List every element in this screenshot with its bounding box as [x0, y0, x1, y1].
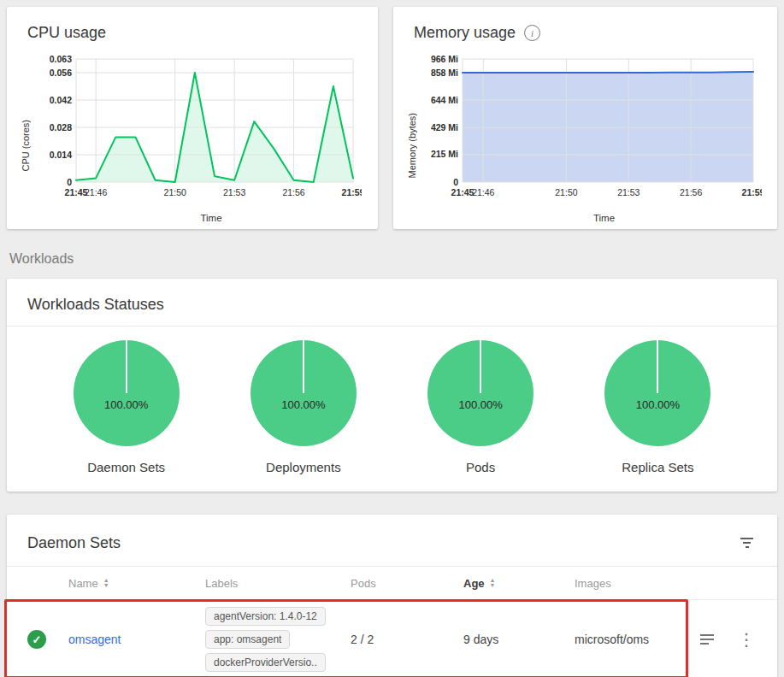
sort-arrows-icon: ▲▼: [103, 578, 109, 588]
workloads-section-label: Workloads: [9, 251, 777, 267]
column-header-labels: Labels: [205, 577, 351, 590]
column-header-name[interactable]: Name ▲▼: [68, 577, 205, 590]
cpu-x-axis-label: Time: [21, 213, 364, 223]
sort-arrows-icon: ▲▼: [490, 578, 496, 588]
kebab-menu-icon[interactable]: ⋮: [736, 631, 757, 648]
column-header-age[interactable]: Age ▲▼: [463, 577, 575, 590]
svg-text:21:46: 21:46: [85, 187, 107, 197]
age-cell: 9 days: [463, 633, 575, 646]
table-header: Name ▲▼ Labels Pods Age ▲▼ Images: [7, 567, 777, 600]
memory-y-axis-label: Memory (bytes): [407, 84, 420, 178]
svg-text:858 Mi: 858 Mi: [431, 68, 458, 78]
filter-icon[interactable]: [737, 532, 757, 554]
column-header-name-label: Name: [68, 577, 98, 590]
svg-text:966 Mi: 966 Mi: [431, 54, 458, 64]
column-header-age-label: Age: [463, 577, 485, 590]
daemon-sets-pie-chart: 100.00%: [74, 340, 180, 446]
svg-text:21:50: 21:50: [555, 187, 577, 197]
column-header-images-label: Images: [575, 577, 611, 590]
cpu-usage-title-text: CPU usage: [27, 24, 106, 42]
svg-text:21:56: 21:56: [680, 187, 702, 197]
replica-sets-percentage: 100.00%: [604, 398, 710, 411]
svg-text:0.028: 0.028: [50, 122, 72, 132]
donut-deployments: 100.00% Deployments: [251, 340, 357, 474]
label-chip: agentVersion: 1.4.0-12: [205, 607, 326, 626]
svg-text:21:53: 21:53: [223, 187, 245, 197]
deployments-percentage: 100.00%: [251, 398, 357, 411]
label-chip: app: omsagent: [205, 630, 290, 649]
cpu-usage-chart: 00.0140.0280.0420.0560.06321:4521:4621:5…: [33, 49, 362, 213]
svg-text:0: 0: [453, 177, 458, 187]
donut-daemon-sets: 100.00% Daemon Sets: [74, 340, 180, 474]
status-ok-check-icon: ✓: [27, 630, 46, 649]
column-header-images: Images: [575, 577, 675, 590]
column-header-pods-label: Pods: [351, 577, 376, 590]
column-header-pods: Pods: [351, 577, 463, 590]
table-row: ✓ omsagent agentVersion: 1.4.0-12 app: o…: [7, 600, 777, 677]
memory-usage-title: Memory usage i: [407, 7, 763, 49]
images-cell: microsoft/oms: [575, 633, 675, 646]
pods-label: Pods: [466, 460, 495, 474]
pie-notch: [303, 340, 304, 393]
cpu-usage-title: CPU usage: [21, 7, 364, 49]
row-actions: ⋮: [675, 631, 757, 648]
memory-chart-wrap: Memory (bytes) 0215 Mi429 Mi644 Mi858 Mi…: [407, 49, 763, 213]
daemonset-name-link[interactable]: omsagent: [68, 633, 121, 646]
workloads-statuses-header: Workloads Statuses: [7, 279, 777, 327]
pods-cell: 2 / 2: [351, 633, 463, 646]
svg-text:644 Mi: 644 Mi: [431, 95, 458, 105]
memory-usage-title-text: Memory usage: [414, 24, 516, 42]
donut-pods: 100.00% Pods: [427, 340, 533, 474]
memory-x-axis-label: Time: [407, 213, 763, 223]
svg-text:0.056: 0.056: [50, 68, 72, 78]
svg-text:21:56: 21:56: [282, 187, 304, 197]
replica-sets-pie-chart: 100.00%: [604, 340, 710, 446]
cpu-y-axis-label: CPU (cores): [21, 91, 33, 172]
usage-charts-row: CPU usage CPU (cores) 00.0140.0280.0420.…: [7, 7, 777, 229]
pie-notch: [657, 340, 658, 393]
logs-icon[interactable]: [700, 632, 714, 647]
svg-text:0.042: 0.042: [50, 95, 72, 105]
label-chip: dockerProviderVersio..: [205, 653, 326, 672]
memory-usage-card: Memory usage i Memory (bytes) 0215 Mi429…: [393, 7, 777, 229]
name-cell: omsagent: [68, 633, 205, 646]
daemon-sets-card: Daemon Sets Name ▲▼ Labels Pods Age ▲▼ I…: [7, 515, 777, 677]
daemon-sets-label: Daemon Sets: [87, 460, 165, 474]
labels-cell: agentVersion: 1.4.0-12 app: omsagent doc…: [205, 607, 351, 672]
svg-text:21:59: 21:59: [342, 187, 362, 197]
deployments-label: Deployments: [266, 460, 341, 474]
cpu-usage-card: CPU usage CPU (cores) 00.0140.0280.0420.…: [7, 7, 378, 229]
replica-sets-label: Replica Sets: [622, 460, 693, 474]
daemon-sets-title: Daemon Sets: [27, 534, 121, 552]
pie-notch: [480, 340, 481, 393]
svg-text:21:53: 21:53: [617, 187, 640, 197]
pods-pie-chart: 100.00%: [427, 340, 533, 446]
daemon-sets-percentage: 100.00%: [74, 398, 180, 411]
svg-text:0.063: 0.063: [50, 54, 72, 64]
workloads-donuts: 100.00% Daemon Sets 100.00% Deployments …: [7, 327, 777, 492]
cpu-chart-wrap: CPU (cores) 00.0140.0280.0420.0560.06321…: [21, 49, 364, 213]
workloads-statuses-title: Workloads Statuses: [27, 296, 164, 314]
pie-notch: [126, 340, 127, 393]
svg-text:21:50: 21:50: [164, 187, 186, 197]
donut-replica-sets: 100.00% Replica Sets: [604, 340, 710, 474]
workloads-statuses-card: Workloads Statuses 100.00% Daemon Sets 1…: [7, 279, 777, 492]
pods-percentage: 100.00%: [427, 398, 533, 411]
svg-text:21:46: 21:46: [472, 187, 494, 197]
status-cell: ✓: [27, 630, 68, 649]
svg-text:0: 0: [67, 177, 72, 187]
deployments-pie-chart: 100.00%: [251, 340, 357, 446]
svg-text:21:45: 21:45: [451, 187, 475, 197]
svg-text:429 Mi: 429 Mi: [431, 122, 458, 132]
svg-text:0.014: 0.014: [50, 150, 72, 160]
svg-text:215 Mi: 215 Mi: [431, 149, 458, 159]
svg-text:21:59: 21:59: [742, 187, 762, 197]
daemon-sets-header: Daemon Sets: [7, 515, 777, 567]
memory-usage-chart: 0215 Mi429 Mi644 Mi858 Mi966 Mi21:4521:4…: [420, 49, 762, 213]
column-header-labels-label: Labels: [205, 577, 238, 590]
info-icon[interactable]: i: [524, 25, 540, 41]
